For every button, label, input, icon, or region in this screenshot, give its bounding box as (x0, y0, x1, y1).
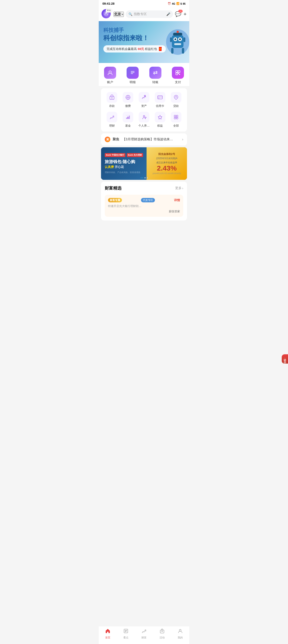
svg-rect-10 (182, 48, 184, 54)
status-bar: 09:41:28 ⏰ 4G 📶 $ 85 (99, 0, 189, 7)
status-time: 09:41:28 (102, 2, 114, 5)
location-text: 北京 (114, 12, 121, 16)
deposit-icon (106, 92, 117, 103)
add-button[interactable]: + (184, 11, 186, 17)
service-loan[interactable]: 贷款 (168, 92, 184, 108)
focus-dot-icon: 聚 (105, 136, 110, 142)
payment2-icon (123, 92, 133, 103)
header: 帮助 北京 🔍 指数专区 🎤 💬 68 + (99, 7, 189, 21)
wealth-section: 财富精选 更多 › 新客专属 代发专区 详情 特邀开启光大银行理财初… 薪悦管家 (101, 182, 187, 220)
detail-icon (126, 67, 139, 79)
service-payment[interactable]: 缴费 (120, 92, 136, 108)
add-icon: + (184, 11, 186, 17)
all-icon (171, 112, 182, 122)
svg-rect-12 (170, 38, 172, 42)
service-fund[interactable]: 基金 (120, 112, 136, 128)
carousel-dots (140, 177, 148, 178)
dot-1 (140, 177, 144, 178)
ad-disclaimer: 理财非存款、产品有风险、投资须谨慎 (105, 171, 145, 174)
service-benefits[interactable]: 权益 (152, 112, 168, 128)
service-all[interactable]: 全部 (168, 112, 184, 128)
message-button[interactable]: 💬 68 (175, 11, 181, 17)
action-payment[interactable]: 支付 (168, 67, 187, 84)
alarm-icon: ⏰ (168, 2, 171, 5)
focus-bar[interactable]: 聚 聚焦 【3月理财选购策略】市场波动来… › (101, 133, 187, 146)
service-pension[interactable]: 个人养… (136, 112, 152, 128)
ad-subtitle-highlight: 认真攒 (105, 165, 114, 169)
bank-logo-1: Bank 中国光大银行 (105, 153, 126, 157)
transfer-label: 转账 (152, 80, 158, 84)
svg-rect-23 (179, 74, 180, 75)
svg-rect-9 (171, 48, 174, 54)
svg-rect-34 (174, 115, 176, 117)
mic-icon[interactable]: 🎤 (166, 12, 170, 16)
ad-banner-left: Bank 中国光大银行 Bank 光大理财 旅游钱包·随心购 认真攒 开心花 理… (101, 147, 148, 180)
assets-label: 资产 (141, 104, 147, 108)
location-button[interactable]: 北京 (114, 12, 124, 17)
focus-arrow-icon: › (182, 137, 183, 142)
deposit-label: 存款 (109, 104, 115, 108)
wealth-more[interactable]: 更多 › (175, 186, 183, 190)
svg-point-14 (176, 31, 179, 33)
service-credit[interactable]: 信用卡 (152, 92, 168, 108)
action-account[interactable]: 账户 (101, 67, 120, 84)
transfer-icon (149, 67, 162, 79)
svg-rect-16 (131, 71, 134, 72)
benefits-icon (155, 112, 165, 122)
ad-subtitle: 认真攒 开心花 (105, 165, 145, 169)
svg-rect-28 (158, 97, 162, 97)
svg-rect-20 (178, 71, 180, 72)
wealth-manager: 薪悦管家 (108, 210, 180, 214)
hero-banner[interactable]: 科技捕手 科创综指来啦！ 完成互动有机会赢最高 88元 权益红包 🧧 (99, 21, 189, 63)
search-placeholder: 指数专区 (134, 12, 165, 16)
credit-icon (155, 92, 165, 103)
svg-rect-37 (176, 117, 178, 119)
header-icons: 💬 68 + (175, 11, 186, 17)
status-icons: ⏰ 4G 📶 $ 85 (168, 2, 186, 5)
battery-level: 85 (183, 2, 186, 5)
svg-rect-22 (178, 73, 179, 74)
more-arrow-icon: › (182, 186, 183, 190)
service-grid: 存款 缴费 资产 (101, 88, 187, 132)
service-deposit[interactable]: 存款 (104, 92, 120, 108)
service-row-1: 存款 缴费 资产 (104, 92, 184, 108)
battery-icon: $ (180, 2, 182, 5)
payment-icon (172, 67, 184, 79)
ad-banner[interactable]: Bank 中国光大银行 Bank 光大理财 旅游钱包·随心购 认真攒 开心花 理… (101, 147, 187, 180)
loan-icon (171, 92, 182, 103)
svg-rect-31 (128, 117, 128, 119)
detail-label: 明细 (130, 80, 136, 84)
bank-logo-2: Bank 光大理财 (127, 153, 143, 157)
product-detail: (2025年9月末到期)A (156, 157, 177, 160)
finance-label: 理财 (109, 124, 115, 128)
svg-point-6 (174, 38, 176, 40)
dot-2 (144, 177, 146, 178)
svg-rect-17 (131, 72, 134, 73)
action-detail[interactable]: 明细 (123, 67, 142, 84)
product-name: 阳光金添利2号 (158, 152, 175, 156)
wealth-header: 财富精选 更多 › (105, 186, 183, 191)
svg-rect-11 (184, 38, 185, 42)
svg-rect-8 (174, 43, 181, 45)
focus-label: 聚焦 (113, 137, 119, 142)
svg-rect-36 (174, 117, 176, 119)
search-bar[interactable]: 🔍 指数专区 🎤 (126, 10, 173, 18)
svg-point-26 (144, 95, 146, 97)
logo-wrap[interactable]: 帮助 (102, 9, 112, 19)
action-transfer[interactable]: 转账 (146, 67, 165, 84)
wealth-card[interactable]: 新客专属 代发专区 详情 特邀开启光大银行理财初… 薪悦管家 (105, 195, 183, 217)
ad-banner-right: 阳光金添利2号 (2025年9月末到期)A 成立以来年化收益率 2.43% (2… (146, 147, 187, 180)
service-assets[interactable]: 资产 (136, 92, 152, 108)
finance-icon (106, 112, 117, 122)
svg-point-7 (179, 38, 181, 40)
svg-rect-32 (129, 116, 130, 119)
ad-rate: 2.43% (157, 165, 177, 172)
dot-3 (146, 177, 148, 178)
help-badge[interactable]: 帮助 (106, 8, 112, 12)
wealth-badge: 新客专属 (108, 198, 122, 202)
wealth-detail-button[interactable]: 详情 (174, 198, 180, 202)
loan-label: 贷款 (173, 104, 179, 108)
benefits-label: 权益 (157, 124, 163, 128)
service-finance[interactable]: 理财 (104, 112, 120, 128)
wealth-area-badge: 代发专区 (141, 198, 155, 202)
